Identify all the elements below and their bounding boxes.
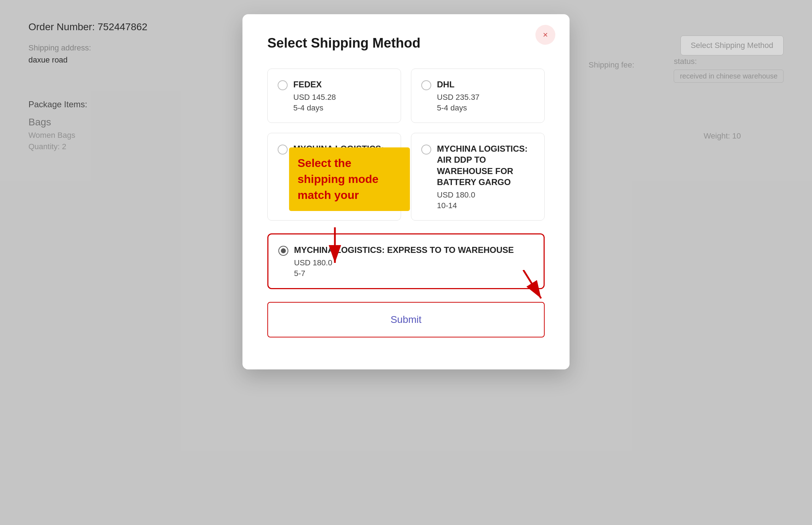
modal-title: Select Shipping Method xyxy=(267,36,545,51)
mychina-air-ddp-days: 10-14 xyxy=(437,201,534,210)
mychina-express-days: 5-7 xyxy=(294,269,514,278)
mychina-air-ddp-name: MYCHINA LOGISTICS: AIR DDP TO WAREHOUSE … xyxy=(437,143,534,188)
fedex-days: 5-4 days xyxy=(293,103,336,113)
mychina-express-price: USD 180.0 xyxy=(294,258,514,267)
radio-mychina-air-ddp[interactable] xyxy=(421,145,431,155)
arrow-submit-annotation xyxy=(520,270,548,305)
radio-fedex[interactable] xyxy=(278,80,288,90)
dhl-price: USD 235.37 xyxy=(437,93,480,102)
shipping-option-mychina-air[interactable]: MYCHINA LOGISTICS: AIR Select the shippi… xyxy=(267,133,401,221)
shipping-option-mychina-express[interactable]: MYCHINA LOGISTICS: EXPRESS TO TO WAREHOU… xyxy=(267,233,545,289)
shipping-option-mychina-air-ddp[interactable]: MYCHINA LOGISTICS: AIR DDP TO WAREHOUSE … xyxy=(411,133,545,221)
radio-mychina-air[interactable] xyxy=(278,145,288,155)
close-icon: × xyxy=(543,30,548,40)
modal-close-button[interactable]: × xyxy=(535,25,555,45)
fedex-name: FEDEX xyxy=(293,79,336,90)
dhl-days: 5-4 days xyxy=(437,103,480,113)
tooltip-text: Select the shipping mode match your xyxy=(298,157,379,201)
shipping-method-modal: × Select Shipping Method FEDEX USD 145.2… xyxy=(242,14,570,369)
tooltip-annotation: Select the shipping mode match your xyxy=(289,147,410,211)
svg-line-3 xyxy=(523,270,541,298)
mychina-air-ddp-price: USD 180.0 xyxy=(437,190,534,200)
radio-mychina-express[interactable] xyxy=(278,246,288,256)
mychina-express-name: MYCHINA LOGISTICS: EXPRESS TO TO WAREHOU… xyxy=(294,244,514,255)
radio-dhl[interactable] xyxy=(421,80,431,90)
submit-button[interactable]: Submit xyxy=(269,304,543,335)
shipping-option-dhl[interactable]: DHL USD 235.37 5-4 days xyxy=(411,69,545,123)
dhl-name: DHL xyxy=(437,79,480,90)
fedex-price: USD 145.28 xyxy=(293,93,336,102)
submit-area: Submit xyxy=(267,302,545,337)
shipping-options-grid: FEDEX USD 145.28 5-4 days DHL USD 235.37… xyxy=(267,69,545,221)
shipping-option-fedex[interactable]: FEDEX USD 145.28 5-4 days xyxy=(267,69,401,123)
